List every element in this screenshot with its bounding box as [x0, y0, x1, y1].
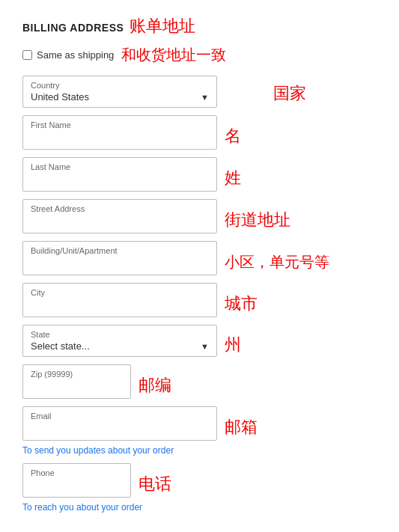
city-cn-annotation: 城市 [225, 293, 258, 315]
first-name-input[interactable] [31, 132, 209, 144]
country-select[interactable]: United States Canada United Kingdom Aust… [31, 91, 198, 103]
city-input[interactable] [31, 300, 209, 311]
last-name-input[interactable] [31, 174, 209, 186]
phone-input[interactable] [31, 480, 123, 492]
city-label: City [31, 288, 209, 297]
country-label: Country [31, 81, 209, 90]
street-address-label: Street Address [31, 204, 209, 213]
country-cn-annotation: 国家 [273, 82, 306, 105]
same-as-shipping-label[interactable]: Same as shipping [37, 49, 114, 61]
section-title-cn: 账单地址 [130, 15, 195, 37]
state-select-wrapper: Select state... Alabama Alaska Arizona C… [31, 340, 209, 352]
street-address-field: Street Address [22, 199, 217, 233]
email-field: Email [22, 406, 217, 441]
first-name-field: First Name [22, 115, 217, 150]
phone-field: Phone [22, 463, 131, 498]
state-dropdown-arrow: ▼ [201, 342, 209, 351]
zip-cn-annotation: 邮编 [138, 374, 171, 397]
building-input[interactable] [31, 258, 209, 269]
state-label: State [31, 330, 209, 339]
email-cn-annotation: 邮箱 [225, 416, 258, 438]
billing-address-section: BILLING ADDRESS 账单地址 Same as shipping 和收… [22, 15, 377, 513]
same-as-shipping-label-cn: 和收货地址一致 [121, 45, 226, 65]
street-address-input[interactable] [31, 216, 209, 227]
email-label: Email [31, 412, 209, 421]
city-field: City [22, 283, 217, 317]
state-select[interactable]: Select state... Alabama Alaska Arizona C… [31, 340, 198, 352]
phone-cn-annotation: 电话 [138, 473, 171, 495]
last-name-field: Last Name [22, 157, 217, 192]
building-label: Building/Unit/Apartment [31, 246, 209, 255]
state-cn-annotation: 州 [225, 334, 241, 356]
country-field[interactable]: Country United States Canada United King… [22, 76, 217, 108]
section-title-row: BILLING ADDRESS 账单地址 [22, 15, 377, 37]
first-name-cn-annotation: 名 [225, 125, 241, 147]
zip-label: Zip (99999) [31, 370, 123, 379]
email-input[interactable] [31, 424, 209, 435]
first-name-label: First Name [31, 120, 209, 129]
last-name-cn-annotation: 姓 [225, 167, 241, 189]
street-address-cn-annotation: 街道地址 [225, 209, 290, 231]
same-as-shipping-checkbox[interactable] [22, 50, 32, 60]
last-name-label: Last Name [31, 162, 209, 171]
phone-label: Phone [31, 468, 123, 477]
section-title: BILLING ADDRESS [22, 22, 124, 34]
zip-input[interactable] [31, 382, 123, 393]
state-field[interactable]: State Select state... Alabama Alaska Ari… [22, 325, 217, 357]
building-cn-annotation: 小区，单元号等 [225, 252, 329, 272]
building-field: Building/Unit/Apartment [22, 241, 217, 275]
same-as-shipping-row: Same as shipping 和收货地址一致 [22, 45, 377, 65]
zip-field: Zip (99999) [22, 364, 131, 399]
country-select-wrapper: United States Canada United Kingdom Aust… [31, 91, 209, 103]
country-dropdown-arrow: ▼ [201, 93, 209, 102]
